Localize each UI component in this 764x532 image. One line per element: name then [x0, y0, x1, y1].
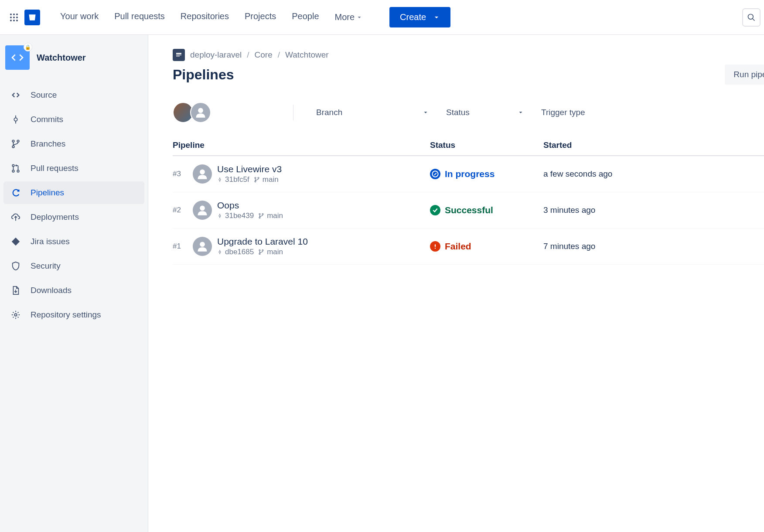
nav-projects[interactable]: Projects — [239, 7, 282, 27]
svg-rect-35 — [434, 173, 437, 175]
svg-point-42 — [259, 217, 260, 218]
table-row[interactable]: #2Oops31be439mainSuccessful3 minutes ago — [173, 192, 764, 228]
repo-avatar: 🔒 — [5, 45, 30, 70]
svg-point-17 — [12, 164, 14, 167]
commit-icon — [10, 114, 21, 125]
pipelines-table: Pipeline Status Started #3Use Livewire v… — [173, 140, 764, 265]
svg-point-1 — [13, 14, 15, 15]
svg-point-14 — [12, 140, 14, 142]
branch-icon — [10, 139, 21, 149]
run-number: #3 — [173, 170, 188, 178]
sidebar-item-source[interactable]: Source — [3, 84, 144, 106]
pr-icon — [10, 163, 21, 174]
status-label: Failed — [445, 241, 471, 252]
sidebar-item-jira-issues[interactable]: Jira issues — [3, 230, 144, 253]
filters-bar: Branch Status Trigger type — [173, 102, 764, 123]
status-icon — [430, 169, 440, 179]
table-row[interactable]: #3Use Livewire v331bfc5fmainIn progressa… — [173, 156, 764, 192]
branch-name[interactable]: main — [254, 175, 279, 184]
status-icon — [430, 241, 440, 252]
sidebar-item-commits[interactable]: Commits — [3, 108, 144, 131]
commit-hash[interactable]: 31be439 — [217, 211, 254, 220]
chevron-down-icon — [433, 14, 440, 21]
svg-point-27 — [200, 170, 205, 175]
svg-point-32 — [258, 177, 259, 178]
svg-rect-23 — [176, 53, 181, 54]
main-content: deploy-laravel / Core / Watchtower Pipel… — [148, 35, 764, 532]
lock-icon: 🔒 — [24, 43, 32, 51]
status-filter[interactable]: Status — [439, 104, 531, 121]
app-switcher-icon[interactable] — [7, 10, 21, 24]
sidebar-item-pull-requests[interactable]: Pull requests — [3, 157, 144, 180]
avatar — [193, 237, 212, 256]
nav-repositories[interactable]: Repositories — [174, 7, 235, 27]
sidebar-item-repository-settings[interactable]: Repository settings — [3, 304, 144, 326]
svg-point-36 — [200, 206, 205, 211]
sidebar-item-label: Deployments — [31, 212, 79, 222]
svg-point-49 — [259, 253, 260, 255]
nav-your-work[interactable]: Your work — [54, 7, 105, 27]
status-label: In progress — [445, 169, 495, 179]
svg-point-16 — [12, 146, 14, 148]
svg-point-31 — [255, 177, 256, 178]
search-button[interactable] — [742, 8, 761, 27]
sidebar-item-label: Branches — [31, 139, 65, 149]
chevron-down-icon — [423, 109, 429, 116]
status-badge: Successful — [430, 205, 543, 215]
pipeline-title: Use Livewire v3 — [217, 164, 282, 174]
svg-point-0 — [10, 14, 12, 15]
avatar[interactable] — [190, 102, 211, 123]
nav-more[interactable]: More — [329, 7, 369, 27]
branch-name[interactable]: main — [258, 248, 283, 256]
svg-point-19 — [17, 170, 19, 172]
svg-point-41 — [262, 213, 263, 215]
svg-rect-50 — [435, 244, 436, 247]
status-filter-label: Status — [446, 108, 470, 117]
svg-point-44 — [219, 251, 221, 253]
shield-icon — [10, 261, 21, 271]
table-row[interactable]: #1Upgrade to Laravel 10dbe1685mainFailed… — [173, 228, 764, 265]
breadcrumb-repo[interactable]: Watchtower — [285, 50, 329, 60]
nav-people[interactable]: People — [286, 7, 325, 27]
svg-point-11 — [14, 118, 17, 121]
trigger-type-filter[interactable]: Trigger type — [534, 104, 592, 121]
svg-point-5 — [16, 17, 18, 18]
sidebar-item-security[interactable]: Security — [3, 255, 144, 277]
create-button[interactable]: Create — [389, 7, 450, 27]
breadcrumb-project[interactable]: deploy-laravel — [190, 50, 242, 60]
commit-hash[interactable]: dbe1685 — [217, 248, 254, 256]
column-status: Status — [430, 140, 543, 150]
svg-point-9 — [748, 14, 754, 19]
sidebar-item-branches[interactable]: Branches — [3, 133, 144, 155]
svg-point-28 — [219, 179, 221, 181]
branch-filter-label: Branch — [316, 108, 342, 117]
started-time: 7 minutes ago — [543, 242, 595, 251]
sidebar-item-deployments[interactable]: Deployments — [3, 206, 144, 228]
sidebar-item-label: Pull requests — [31, 164, 78, 173]
svg-point-2 — [16, 14, 18, 15]
jira-icon — [10, 236, 21, 247]
pipeline-icon — [10, 188, 21, 198]
avatar-filter[interactable] — [173, 102, 211, 123]
pipeline-title: Upgrade to Laravel 10 — [217, 236, 308, 247]
commit-hash[interactable]: 31bfc5f — [217, 175, 249, 184]
sidebar-item-pipelines[interactable]: Pipelines — [3, 181, 144, 204]
status-label: Successful — [445, 205, 493, 215]
branch-name[interactable]: main — [258, 211, 283, 220]
svg-point-37 — [219, 215, 221, 217]
gear-icon — [10, 310, 21, 320]
chevron-down-icon — [356, 14, 362, 20]
repo-header[interactable]: 🔒 Watchtower — [3, 45, 144, 84]
svg-point-48 — [262, 249, 263, 251]
chevron-down-icon — [518, 109, 524, 116]
svg-point-33 — [255, 181, 256, 182]
run-pipeline-button[interactable]: Run pipeline — [725, 65, 764, 85]
breadcrumb-group[interactable]: Core — [255, 50, 273, 60]
status-badge: In progress — [430, 169, 543, 179]
bitbucket-logo[interactable] — [24, 10, 40, 25]
avatar — [193, 201, 212, 220]
sidebar-item-downloads[interactable]: Downloads — [3, 279, 144, 302]
nav-pull-requests[interactable]: Pull requests — [108, 7, 171, 27]
branch-filter[interactable]: Branch — [309, 104, 436, 121]
svg-point-8 — [16, 20, 18, 21]
